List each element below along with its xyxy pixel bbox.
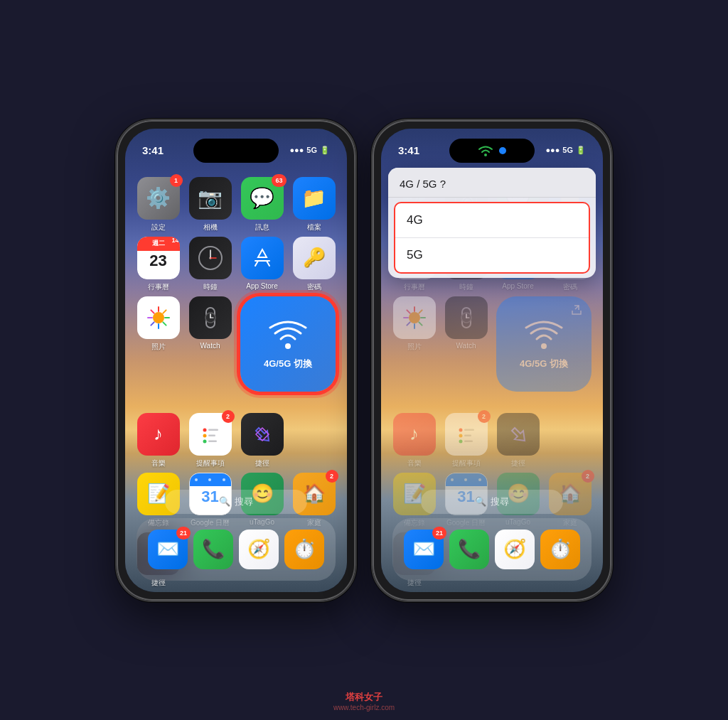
app-watch[interactable]: Watch	[188, 296, 232, 392]
search-icon-left: 🔍	[219, 496, 230, 507]
app-network[interactable]: 4G/5G 切換	[240, 296, 336, 392]
passwords-label: 密碼	[307, 282, 321, 292]
popup-option-4g[interactable]: 4G	[395, 203, 589, 238]
app-passwords[interactable]: 🔑 密碼	[292, 237, 336, 292]
svg-rect-9	[158, 323, 159, 329]
svg-rect-47	[464, 440, 473, 442]
photos-label-r: 照片	[407, 342, 422, 352]
network-app-wrapper: 4G/5G 切換	[240, 296, 336, 392]
svg-point-28	[409, 312, 420, 323]
watch-label: Watch	[200, 342, 220, 350]
dock-mail-r[interactable]: ✉️ 21	[404, 530, 444, 569]
mail-badge-r: 21	[432, 527, 446, 539]
messages-label: 訊息	[255, 222, 269, 232]
dock-phone-r[interactable]: 📞	[449, 530, 489, 569]
search-label-right: 搜尋	[491, 495, 509, 508]
app-appstore[interactable]: App Store	[240, 237, 284, 292]
app-settings[interactable]: ⚙️ 1 設定	[136, 177, 180, 232]
dock-phone[interactable]: 📞	[193, 530, 233, 569]
dock-mail[interactable]: ✉️ 21	[148, 530, 188, 569]
network-icon-svg	[267, 318, 309, 353]
app-files[interactable]: 📁 檔案	[292, 177, 336, 232]
home-badge: 2	[326, 470, 338, 483]
app-watch-r: Watch	[444, 296, 488, 392]
app-camera[interactable]: 📷 相機	[188, 177, 232, 232]
dock-shortcut[interactable]: ⏱️	[284, 530, 324, 569]
shortcuts-svg-r	[505, 421, 532, 448]
search-bar-right[interactable]: 🔍 搜尋	[421, 490, 563, 514]
battery-icon-right: 🔋	[576, 146, 586, 155]
svg-rect-7	[164, 317, 170, 318]
camera-icon: 📷	[189, 177, 232, 220]
network-type-right: 5G	[562, 146, 573, 154]
svg-point-41	[541, 343, 547, 349]
phone-icon: 📞	[193, 530, 233, 569]
right-phone-frame: 3:41 ●●● 5G 🔋 4G / 5G ? 4G 5G	[371, 119, 613, 602]
svg-point-44	[459, 434, 462, 437]
dock-safari-r[interactable]: 🧭	[495, 530, 535, 569]
home-badge-r: 2	[582, 470, 594, 483]
appstore-svg	[250, 245, 275, 271]
svg-rect-30	[417, 308, 422, 313]
dock-shortcut-r[interactable]: ⏱️	[540, 530, 580, 569]
svg-rect-21	[208, 434, 215, 436]
app-grid-row4-right: ♪ 音樂	[392, 413, 592, 468]
svg-point-4	[153, 312, 164, 323]
popup-option-5g[interactable]: 5G	[395, 238, 589, 272]
safari-icon: 🧭	[239, 530, 279, 569]
watermark-container: 塔科女子 www.tech-girlz.com	[333, 691, 395, 711]
app-grid-row2: 週二 23 14 行事曆	[136, 237, 336, 292]
app-messages[interactable]: 💬 63 訊息	[240, 177, 284, 232]
reminders-badge: 2	[222, 410, 235, 423]
app-grid-row3-right: 照片 Watch	[392, 296, 592, 392]
right-phone: 3:41 ●●● 5G 🔋 4G / 5G ? 4G 5G	[371, 119, 613, 602]
dock-left: ✉️ 21 📞 🧭	[136, 518, 336, 581]
svg-point-18	[203, 428, 206, 431]
reminders-label-r: 提醒事項	[452, 458, 481, 468]
popup-title: 4G / 5G ?	[388, 168, 596, 198]
di-camera-dot	[499, 147, 506, 154]
network-type-left: 5G	[306, 146, 317, 154]
app-photos[interactable]: 照片	[136, 296, 180, 392]
svg-rect-10	[149, 321, 154, 326]
svg-rect-8	[161, 321, 166, 326]
app-reminders-r: 2 提醒事項	[444, 413, 488, 468]
shortcuts-icon-r	[497, 413, 540, 456]
camera-label: 相機	[203, 222, 218, 232]
svg-rect-29	[414, 306, 415, 312]
passwords-label-r: 密碼	[563, 282, 577, 292]
search-icon-right: 🔍	[475, 496, 486, 507]
dynamic-island-left	[193, 139, 279, 163]
app-calendar[interactable]: 週二 23 14 行事曆	[136, 237, 180, 292]
svg-rect-19	[208, 429, 218, 431]
svg-rect-32	[417, 321, 422, 326]
app-shortcuts[interactable]: 捷徑	[240, 413, 284, 468]
share-icon	[570, 303, 583, 319]
settings-badge: 1	[170, 174, 183, 187]
photos-icon	[137, 296, 180, 339]
music-icon-r: ♪	[393, 413, 436, 456]
search-bar-left[interactable]: 🔍 搜尋	[165, 490, 307, 514]
mail-icon: ✉️ 21	[148, 530, 188, 569]
search-label-left: 搜尋	[235, 495, 253, 508]
passwords-icon: 🔑	[293, 237, 336, 279]
photos-label: 照片	[151, 342, 166, 352]
battery-icon-left: 🔋	[320, 146, 330, 155]
svg-rect-34	[405, 321, 410, 326]
network-icon-large-r: 4G/5G 切換	[496, 296, 592, 392]
appstore-label: App Store	[246, 282, 277, 290]
shortcuts-svg	[249, 421, 276, 448]
shortcuts-label: 捷徑	[255, 458, 269, 468]
app-clock[interactable]: 時鐘	[188, 237, 232, 292]
left-phone-frame: 3:41 ●●● 5G 🔋 ⚙️ 1 設定	[115, 119, 357, 602]
watermark-brand: 塔科女子	[333, 691, 395, 704]
dock-safari[interactable]: 🧭	[239, 530, 279, 569]
di-signal-display	[449, 139, 535, 163]
app-reminders[interactable]: 2 提醒事項	[188, 413, 232, 468]
app-music[interactable]: ♪ 音樂	[136, 413, 180, 468]
svg-rect-6	[161, 308, 166, 313]
dock-right: ✉️ 21 📞 🧭	[392, 518, 592, 581]
svg-point-46	[459, 439, 462, 443]
calendar-icon: 週二 23 14	[137, 237, 180, 279]
app-grid-row1: ⚙️ 1 設定 📷 相機 💬	[136, 177, 336, 232]
